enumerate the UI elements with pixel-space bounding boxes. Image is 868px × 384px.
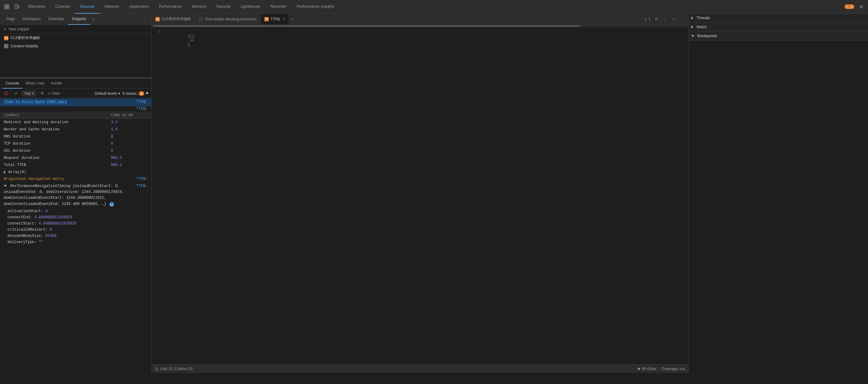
toolbar-icons (2, 2, 21, 11)
toolbar-right: ⚠ 3 ⚙ (844, 2, 866, 11)
nav-tab-perf-insights[interactable]: Performance insights (291, 0, 339, 13)
row-label: DNS duration (0, 133, 107, 140)
issues-count: 3 (139, 91, 144, 96)
array-row[interactable]: Array(0) (0, 169, 151, 176)
file-icon-gray (4, 44, 9, 49)
list-item[interactable]: Content-Visibility (0, 42, 151, 50)
code-editor: 1 (() => { (152, 27, 688, 364)
code-line-1: 1 (() => { (152, 30, 688, 51)
cursor-position: Line 10, Column 15 (160, 367, 192, 371)
console-tab-autofill[interactable]: Autofill (48, 79, 65, 89)
svg-rect-2 (5, 7, 6, 9)
row-value: 0 (107, 147, 151, 154)
sub-tab-snippets[interactable]: Snippets (68, 13, 90, 25)
timing-table: (index) time in ms Redirect and Waiting … (0, 112, 151, 169)
sub-tab-more[interactable]: » (90, 17, 97, 21)
svg-rect-0 (5, 5, 6, 6)
nav-tab-lighthouse[interactable]: Lighthouse (236, 0, 265, 13)
issues-flag-icon: ⚑ (146, 91, 149, 96)
watch-label: Watch (696, 25, 707, 29)
clear-console-button[interactable]: 🚫 (2, 90, 10, 97)
threads-section-header[interactable]: Threads (689, 13, 868, 22)
default-levels-select[interactable]: Default levels ▾ (95, 91, 120, 96)
nav-tab-sources[interactable]: Sources (75, 0, 100, 13)
tab-icon-active: JS (265, 17, 269, 21)
right-panel: Threads Watch Breakpoints (688, 13, 868, 373)
search-button[interactable]: ⌕ (670, 16, 677, 23)
ttfb-header-label: Time to First Byte (988.1ms) (4, 100, 67, 105)
line-content[interactable]: (() => { (164, 30, 688, 51)
download-button[interactable]: ↓ (661, 16, 669, 23)
sub-tab-overrides[interactable]: Overrides (44, 13, 68, 25)
breakpoints-expand-icon (691, 35, 694, 37)
source-tab-more[interactable]: » (289, 13, 296, 25)
eye-icon[interactable]: 👁 (38, 90, 46, 97)
run-button[interactable]: ⌘+Enter (638, 367, 657, 371)
nav-tab-network[interactable]: Network (100, 0, 124, 13)
nav-tab-memory[interactable]: Memory (187, 0, 211, 13)
source-tab-ttfb[interactable]: JS TTFB × (261, 13, 289, 25)
line-number: 1 (152, 30, 164, 34)
context-selector[interactable]: top ▾ (22, 90, 36, 96)
source-tab-cls[interactable]: JS CLS累积布局偏移 (152, 13, 195, 25)
info-icon[interactable]: i (110, 202, 114, 207)
table-row: Worker and Cache duration1.5 (0, 126, 151, 133)
svg-rect-4 (15, 5, 17, 8)
nav-entry-label: Origininal navigation entry (4, 177, 64, 181)
settings-button[interactable]: ⚙ (857, 2, 866, 11)
threads-label: Threads (696, 16, 710, 20)
nav-tab-elements[interactable]: Elements (24, 0, 50, 13)
refresh-button[interactable]: ⟳ (653, 16, 660, 23)
breakpoints-section-header[interactable]: Breakpoints (689, 32, 868, 40)
nav-tab-console[interactable]: Console (50, 0, 75, 13)
table-header-index: (index) (0, 112, 107, 119)
nav-tab-application[interactable]: Application (124, 0, 154, 13)
console-tabs-bar: Console What's new Autofill (0, 79, 151, 89)
perf-prop: deliveryType: "" (0, 239, 151, 245)
device-mode-icon[interactable] (12, 2, 21, 11)
inspect-icon[interactable] (2, 2, 11, 11)
issues-badge: 6 Issues: 3 ⚑ (123, 91, 149, 96)
perf-timing-row: PerformanceNavigationTiming {unloadEvent… (0, 182, 151, 208)
row-label: Worker and Cache duration (0, 126, 107, 133)
sub-tab-workspace[interactable]: Workspace (19, 13, 44, 25)
ttfb-empty-row: TTFB: (0, 106, 151, 112)
row-value: 0 (107, 133, 151, 140)
table-row: SSL duration0 (0, 147, 151, 154)
main-nav: Elements Console Sources Network Applica… (24, 0, 339, 13)
main-toolbar: Elements Console Sources Network Applica… (0, 0, 868, 13)
row-label: Request duration (0, 154, 107, 161)
sources-sub-toolbar: Page Workspace Overrides Snippets » ⋮ (0, 13, 151, 25)
row-value: 1.5 (107, 126, 151, 133)
sub-tab-menu[interactable]: ⋮ (141, 17, 149, 21)
chevron-down-icon: ▾ (32, 91, 34, 95)
sub-tab-page[interactable]: Page (2, 13, 19, 25)
perf-prop: activationStart: 0 (0, 208, 151, 214)
scrollbar-track (152, 25, 688, 27)
nav-tab-recorder[interactable]: Recorder (265, 0, 291, 13)
threads-expand-icon (691, 17, 693, 20)
tab-close-button[interactable]: × (283, 17, 285, 21)
watch-section-header[interactable]: Watch (689, 23, 868, 31)
row-label: TCP duration (0, 140, 107, 147)
pretty-print-button[interactable]: { } (644, 16, 651, 23)
coverage-label: Coverage: n/a (661, 367, 685, 371)
console-tab-console[interactable]: Console (2, 79, 22, 89)
perf-prop: criticalCHRestart: 0 (0, 227, 151, 233)
more-actions-button[interactable]: … (679, 16, 686, 23)
filter-funnel-icon: ⊳ (48, 91, 51, 95)
list-item[interactable]: JS CLS累积布局偏移 (0, 34, 151, 42)
new-snippet-button[interactable]: + New snippet (0, 25, 151, 34)
expand-icon (4, 171, 6, 174)
nav-tab-security[interactable]: Security (211, 0, 236, 13)
source-tab-find-render[interactable]: Find-render-blocking-resources (195, 13, 261, 25)
perf-props: activationStart: 0connectEnd: 4.80000001… (0, 208, 151, 245)
pause-on-exception-button[interactable]: ⊘ (12, 90, 20, 97)
breakpoints-section: Breakpoints (689, 32, 868, 40)
console-tab-whatsnew[interactable]: What's new (22, 79, 48, 89)
row-value: 3.3 (107, 119, 151, 126)
nav-tab-performance[interactable]: Performance (154, 0, 187, 13)
scrollbar-thumb[interactable] (153, 25, 581, 27)
table-row: Redirect and Waiting duration3.3 (0, 119, 151, 126)
console-filter-bar: 🚫 ⊘ top ▾ 👁 ⊳ Filter Default levels ▾ 6 … (0, 89, 151, 98)
